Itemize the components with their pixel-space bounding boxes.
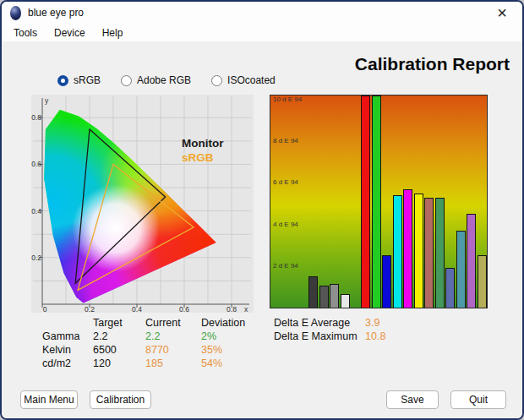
kelvin-target: 6500 (93, 343, 145, 357)
delta-e-bar-dark-gray (319, 286, 329, 308)
content-area: sRGB Adobe RGB ISOcoated Calibration Rep… (2, 41, 522, 418)
radio-unselected-icon[interactable] (121, 75, 132, 86)
delta-e-bar-rosy-brown (424, 198, 434, 308)
window-title: blue eye pro (28, 7, 84, 19)
table-header-target: Target (93, 316, 145, 330)
delta-e-bar-black (308, 276, 318, 308)
delta-e-maximum-label: Delta E Maximum (274, 330, 365, 343)
luminance-deviation: 54% (201, 357, 262, 370)
calibration-summary-table: Target Current Deviation Gamma 2.2 2.2 2… (42, 316, 262, 370)
luminance-current: 185 (145, 357, 201, 370)
calibration-button[interactable]: Calibration (90, 390, 151, 409)
radio-isocoated[interactable]: ISOcoated (211, 74, 276, 86)
de-axis-label: 4 d E 94 (273, 221, 298, 228)
legend-monitor: Monitor (182, 137, 224, 150)
svg-text:0.8: 0.8 (31, 113, 41, 122)
delta-e-bar-green (372, 95, 381, 308)
menu-device[interactable]: Device (46, 25, 94, 41)
radio-unselected-icon[interactable] (211, 75, 222, 86)
quit-button[interactable]: Quit (450, 390, 506, 409)
radio-srgb[interactable]: sRGB (57, 74, 101, 86)
title-bar: blue eye pro × (2, 2, 522, 24)
delta-e-summary: Delta E Average 3.9 Delta E Maximum 10.8 (274, 316, 385, 343)
de-axis-label: 6 d E 94 (273, 178, 298, 186)
svg-text:0.6: 0.6 (31, 160, 41, 168)
row-label-luminance: cd/m2 (42, 357, 93, 370)
svg-text:0: 0 (43, 305, 47, 313)
luminance-target: 120 (93, 357, 145, 370)
delta-e-bar-yellow (414, 194, 423, 308)
table-header-current: Current (145, 316, 201, 330)
svg-text:0.6: 0.6 (179, 305, 189, 313)
close-icon[interactable]: × (490, 4, 514, 21)
svg-text:0.2: 0.2 (85, 305, 95, 313)
table-header-deviation: Deviation (201, 316, 262, 330)
radio-adobe-rgb[interactable]: Adobe RGB (121, 74, 191, 86)
gamma-deviation: 2% (201, 330, 262, 343)
legend-srgb: sRGB (182, 151, 214, 164)
app-logo-icon (10, 6, 21, 20)
kelvin-current: 8770 (145, 343, 201, 357)
delta-e-bar-magenta (403, 189, 412, 308)
delta-e-average-value: 3.9 (365, 316, 379, 330)
delta-e-bar-sea-green (435, 198, 445, 308)
delta-e-bar-gray (330, 284, 339, 308)
delta-e-bar-cadet-blue (456, 231, 466, 308)
delta-e-bar-orchid (467, 214, 476, 308)
delta-e-maximum-value: 10.8 (365, 330, 385, 343)
delta-e-bar-white (341, 294, 350, 308)
gamut-radio-group: sRGB Adobe RGB ISOcoated (57, 74, 296, 86)
svg-text:0.4: 0.4 (31, 207, 41, 215)
gamma-current: 2.2 (145, 330, 201, 343)
save-button[interactable]: Save (386, 390, 439, 409)
page-title: Calibration Report (355, 54, 510, 74)
delta-e-bar-slate-blue (445, 268, 455, 308)
delta-e-bar-red (361, 95, 370, 308)
delta-e-bar-dark-khaki (478, 255, 487, 308)
gamma-target: 2.2 (93, 330, 145, 343)
main-menu-button[interactable]: Main Menu (20, 390, 78, 409)
svg-text:0.4: 0.4 (132, 305, 142, 313)
delta-e-bar-chart: 10 d E 948 d E 946 d E 944 d E 942 d E 9… (270, 95, 488, 308)
menu-help[interactable]: Help (94, 25, 132, 41)
cie-chromaticity-diagram: 00.20.40.60.80.20.40.60.8 y x Monitor sR… (31, 95, 254, 313)
menu-bar: Tools Device Help (2, 24, 522, 42)
de-axis-label: 8 d E 94 (273, 137, 298, 145)
delta-e-bar-blue (382, 255, 391, 308)
row-label-gamma: Gamma (42, 330, 93, 343)
svg-text:0.8: 0.8 (227, 305, 237, 313)
delta-e-bar-cyan (393, 195, 402, 308)
app-window: blue eye pro × Tools Device Help sRGB Ad… (0, 0, 524, 420)
kelvin-deviation: 35% (201, 343, 262, 357)
de-axis-label: 10 d E 94 (273, 95, 302, 103)
row-label-kelvin: Kelvin (42, 343, 93, 357)
svg-text:0.2: 0.2 (31, 254, 41, 262)
table-header-empty (42, 316, 93, 330)
radio-selected-icon[interactable] (57, 75, 68, 86)
menu-tools[interactable]: Tools (5, 25, 46, 41)
delta-e-average-label: Delta E Average (274, 316, 365, 330)
de-axis-label: 2 d E 94 (273, 262, 298, 270)
